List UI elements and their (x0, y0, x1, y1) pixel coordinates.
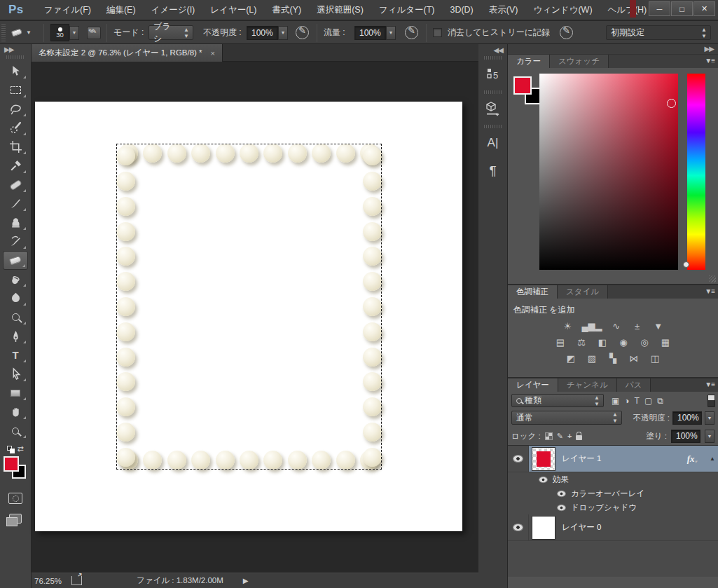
eye-icon[interactable] (558, 491, 565, 496)
swap-colors-icon[interactable]: ⇄ (17, 444, 23, 453)
dock-grip[interactable] (484, 125, 502, 128)
menu-item-8[interactable]: 3D(D) (442, 0, 481, 20)
fill-dropdown[interactable]: ▼ (705, 430, 714, 443)
lock-transparency-icon[interactable] (545, 432, 553, 440)
menu-item-11[interactable]: ヘルプ(H) (600, 0, 655, 20)
collapse-panels-icon[interactable]: ▶▶ (705, 45, 714, 53)
dock-grip[interactable] (484, 90, 502, 94)
saturation-brightness-field[interactable] (539, 74, 678, 270)
photo-filter-icon[interactable]: ◉ (616, 337, 630, 348)
crop-tool[interactable] (3, 137, 28, 156)
flow-field[interactable]: 100% (354, 26, 386, 40)
layer-visibility-toggle[interactable] (508, 446, 529, 472)
flow-dropdown-button[interactable]: ▼ (386, 26, 396, 40)
panel-foreground-swatch[interactable] (513, 76, 532, 95)
zoom-level-field[interactable]: 76.25% (34, 577, 62, 585)
paragraph-panel-icon[interactable]: ¶ (481, 159, 505, 183)
eyedropper-tool[interactable] (3, 156, 28, 175)
layer-row-main[interactable]: レイヤー 1fx▲ (529, 446, 718, 472)
tab-paths[interactable]: パス (617, 378, 651, 392)
options-grip[interactable] (1, 24, 6, 42)
effect-row[interactable]: ドロップシャドウ (508, 500, 718, 514)
opacity-dropdown-button[interactable]: ▼ (278, 26, 288, 40)
hue-slider-marker[interactable] (683, 261, 689, 268)
tools-grip[interactable] (6, 55, 25, 59)
document-canvas[interactable] (35, 102, 462, 531)
rectangle-tool[interactable] (3, 383, 28, 402)
layer-row-レイヤー 0[interactable]: レイヤー 0 (508, 514, 718, 541)
eraser-tool[interactable] (3, 251, 28, 270)
share-icon[interactable] (71, 576, 82, 585)
path-selection-tool[interactable] (3, 364, 28, 383)
airbrush-icon[interactable] (405, 26, 418, 39)
menu-item-1[interactable]: ファイル(F) (36, 0, 99, 20)
lock-position-icon[interactable]: + (567, 432, 572, 440)
minimize-button[interactable]: ─ (649, 1, 670, 16)
properties-panel-icon[interactable] (481, 97, 505, 121)
character-panel-icon[interactable]: A| (481, 131, 505, 155)
threshold-icon[interactable]: ▚ (606, 353, 620, 364)
menu-item-5[interactable]: 書式(Y) (264, 0, 309, 20)
opacity-field[interactable]: 100% (247, 26, 278, 40)
hue-ramp[interactable] (687, 74, 705, 270)
layer-fx-badge[interactable]: fx (687, 453, 697, 465)
expand-panels-icon[interactable]: ◀◀ (478, 44, 507, 54)
posterize-icon[interactable]: ▨ (585, 353, 599, 364)
levels-icon[interactable]: ▄▆▂ (581, 321, 602, 332)
blur-tool[interactable] (3, 289, 28, 308)
eraser-tool-preset-icon[interactable] (11, 28, 22, 36)
zoom-tool[interactable] (3, 421, 28, 440)
color-lookup-icon[interactable]: ▦ (658, 337, 672, 348)
filter-adjustment-layers-icon[interactable]: ◑ (624, 396, 629, 406)
hue-saturation-icon[interactable]: ▤ (553, 337, 567, 348)
status-options-arrow-icon[interactable]: ▶ (243, 577, 249, 584)
erase-to-history-checkbox[interactable] (433, 28, 442, 37)
mode-select[interactable]: ブラシ ▲▼ (149, 25, 193, 40)
filter-toggle-switch[interactable] (707, 395, 715, 407)
lasso-tool[interactable] (3, 100, 28, 118)
exposure-icon[interactable]: ± (630, 321, 644, 332)
dock-grip[interactable] (484, 56, 502, 60)
menu-item-4[interactable]: レイヤー(L) (202, 0, 264, 20)
workspace-preset-select[interactable]: 初期設定 ▲▼ (606, 25, 711, 40)
gradient-map-icon[interactable]: ◫ (648, 353, 662, 364)
brush-size-dropdown-button[interactable]: ▼ (69, 26, 79, 40)
toggle-brush-panel-icon[interactable] (87, 27, 101, 39)
eye-icon[interactable] (513, 456, 523, 462)
black-white-icon[interactable]: ◧ (595, 337, 609, 348)
maximize-button[interactable]: □ (671, 1, 693, 16)
blend-mode-select[interactable]: 通常 ▲▼ (511, 411, 622, 425)
canvas-viewport[interactable] (32, 62, 478, 573)
panel-resize-grip[interactable] (709, 275, 716, 282)
color-picker-marker[interactable] (667, 99, 676, 108)
layer-row-レイヤー 1[interactable]: レイヤー 1fx▲ (508, 446, 718, 472)
menu-item-6[interactable]: 選択範囲(S) (309, 0, 371, 20)
quick-selection-tool[interactable] (3, 118, 28, 137)
tab-channels[interactable]: チャンネル (558, 378, 617, 392)
tab-color[interactable]: カラー (508, 55, 550, 68)
foreground-color-swatch[interactable] (4, 456, 19, 472)
history-panel-icon[interactable]: 5 (481, 62, 505, 86)
eye-icon[interactable] (558, 505, 565, 510)
layer-visibility-toggle[interactable] (508, 514, 529, 540)
close-tab-icon[interactable]: × (211, 49, 215, 57)
color-balance-icon[interactable]: ⚖ (574, 337, 588, 348)
panel-menu-icon[interactable]: ▼≡ (705, 381, 714, 388)
screen-mode-button[interactable] (9, 514, 22, 524)
fill-field[interactable]: 100% (671, 430, 700, 443)
eye-icon[interactable] (539, 477, 547, 482)
tool-preset-dropdown-icon[interactable]: ▼ (26, 29, 32, 36)
invert-icon[interactable]: ◩ (564, 353, 578, 364)
layer-opacity-field[interactable]: 100% (672, 411, 702, 425)
filter-smart-objects-icon[interactable]: ⧉ (657, 396, 663, 406)
panel-menu-icon[interactable]: ▼≡ (705, 57, 714, 64)
document-tab[interactable]: 名称未設定 2 @ 76.3% (レイヤー 1, RGB/8) * × (32, 44, 223, 62)
layer-row-main[interactable]: レイヤー 0 (529, 514, 718, 540)
lock-all-icon[interactable] (576, 432, 582, 440)
hand-tool[interactable] (3, 402, 28, 421)
vibrance-icon[interactable]: ▼ (651, 321, 665, 332)
tablet-opacity-pressure-icon[interactable] (296, 26, 309, 39)
filter-type-layers-icon[interactable]: T (635, 396, 640, 406)
layer-thumbnail[interactable] (532, 448, 555, 470)
tab-layers[interactable]: レイヤー (508, 378, 558, 392)
